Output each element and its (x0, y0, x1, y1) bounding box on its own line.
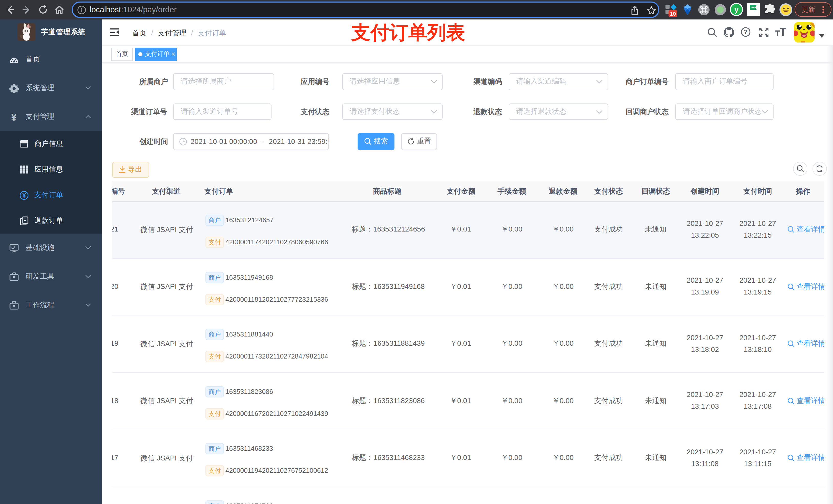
svg-text:¥: ¥ (11, 112, 17, 122)
svg-text:y: y (734, 6, 738, 14)
svg-text:10: 10 (670, 11, 676, 17)
svg-text:¥: ¥ (22, 192, 26, 199)
svg-text:?: ? (744, 29, 747, 35)
